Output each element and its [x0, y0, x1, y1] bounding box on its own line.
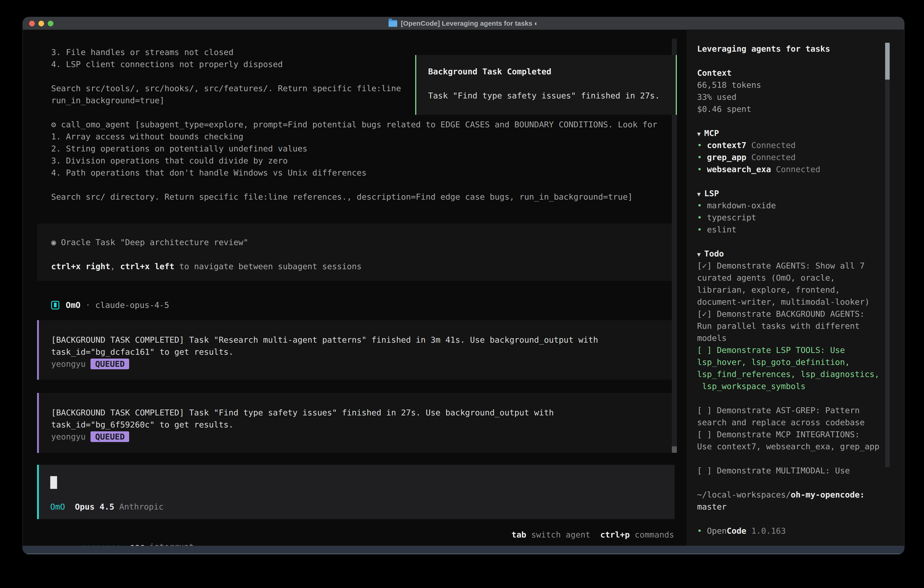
- text-segment: 66,518 tokens: [697, 80, 761, 89]
- text-segment: 33% used: [697, 92, 736, 102]
- text-segment: Search src/ directory. Return specific f…: [51, 192, 633, 202]
- terminal-line: 33% used: [697, 91, 893, 103]
- text-segment: Context: [697, 68, 732, 78]
- text-segment: $0.46 spent: [697, 104, 751, 114]
- text-segment: librarian, explore, frontend,: [697, 285, 840, 294]
- text-segment: Connected: [746, 140, 796, 150]
- text-segment: 1.0.163: [746, 526, 786, 535]
- text-segment: [697, 237, 702, 246]
- minimize-button[interactable]: [38, 21, 44, 26]
- statusbar: ••••••••esc interrupt tab switch agent c…: [42, 529, 674, 541]
- background-task-notification: Background Task Completed Task "Find typ…: [415, 55, 677, 115]
- text-segment: OmO: [66, 301, 81, 310]
- text-segment: ⚙ call_omo_agent [subagent_type=explore,…: [51, 120, 657, 129]
- text-segment: •: [697, 153, 707, 162]
- text-segment: lsp_hover, lsp_goto_definition,: [697, 357, 850, 367]
- terminal-line: [ ] Demonstrate LSP TOOLS: Use: [697, 344, 893, 356]
- agent-header: OmO · claude-opus-4-5: [51, 299, 169, 311]
- terminal-line: ~/local-workspaces/oh-my-opencode:: [697, 489, 893, 501]
- sidebar-scrollbar-thumb[interactable]: [885, 43, 890, 79]
- terminal-line: yeongyu QUEUED: [51, 358, 675, 370]
- terminal-line: ▼ LSP: [697, 187, 893, 200]
- text-segment: [ ] Demonstrate AST-GREP: Pattern: [697, 406, 860, 415]
- text-segment: [✓] Demonstrate AGENTS: Show all 7: [697, 261, 865, 270]
- text-segment: Code: [727, 526, 746, 535]
- terminal-line: [697, 115, 893, 127]
- prompt-input[interactable]: OmO Opus 4.5 Anthropic: [37, 465, 675, 519]
- text-segment: 1. Array access without bounds checking: [51, 132, 243, 141]
- terminal-line: search and replace across codebase: [697, 416, 893, 428]
- terminal-line: [51, 248, 675, 260]
- text-segment: •: [697, 165, 707, 174]
- text-segment: Connected: [746, 153, 796, 162]
- text-segment: grep_app: [707, 153, 746, 162]
- terminal-line: [51, 179, 657, 191]
- text-segment: run_in_background=true]: [51, 96, 165, 105]
- text-segment: markdown-oxide: [707, 201, 776, 210]
- terminal-line: 3. Division operations that could divide…: [51, 155, 657, 167]
- terminal-line: task_id="bg_6f59260c" to get results.: [51, 419, 675, 431]
- terminal-line: ◉ Oracle Task "Deep architecture review": [51, 236, 675, 248]
- text-segment: Connected: [771, 165, 820, 174]
- text-segment: 4. LSP client connections not properly d…: [51, 59, 283, 69]
- text-segment: [✓] Demonstrate BACKGROUND AGENTS:: [697, 309, 865, 319]
- text-segment: [51, 108, 56, 117]
- text-segment: [697, 478, 702, 487]
- text-segment: ▼: [697, 251, 704, 258]
- terminal-line: Leveraging agents for tasks: [697, 43, 893, 55]
- input-model-line: OmO Opus 4.5 Anthropic: [50, 501, 164, 513]
- oracle-task-panel: ◉ Oracle Task "Deep architecture review"…: [37, 223, 675, 281]
- terminal-line: • eslint: [697, 223, 893, 236]
- text-segment: lsp_find_references, lsp_diagnostics,: [697, 370, 879, 379]
- text-segment: ctrl+x right: [51, 262, 110, 271]
- text-segment: commands: [630, 530, 674, 539]
- terminal-line: ▼ Todo: [697, 248, 893, 260]
- text-segment: tab: [512, 530, 526, 539]
- window-footer-strip: [23, 546, 904, 554]
- text-segment: [114, 502, 119, 511]
- terminal-line: [697, 175, 893, 187]
- terminal-line: Search src/ directory. Return specific f…: [51, 191, 657, 203]
- terminal-line: [697, 477, 893, 489]
- sidebar-panel: Leveraging agents for tasks Context66,51…: [686, 30, 904, 546]
- text-segment: models: [697, 333, 727, 343]
- omo-agent-icon: [51, 301, 59, 309]
- notification-body: Task "Find type safety issues" finished …: [428, 89, 676, 102]
- terminal-line: [✓] Demonstrate AGENTS: Show all 7: [697, 260, 893, 272]
- text-segment: •: [697, 213, 707, 222]
- text-segment: ,: [110, 262, 120, 271]
- terminal-line: lsp_find_references, lsp_diagnostics,: [697, 368, 893, 380]
- sidebar-scrollbar-track[interactable]: [885, 43, 890, 467]
- text-segment: ◉ Oracle Task "Deep architecture review": [51, 238, 248, 247]
- notification-spacer: [428, 78, 676, 89]
- text-segment: [BACKGROUND TASK COMPLETED] Task "Find t…: [51, 408, 554, 417]
- text-segment: [51, 180, 56, 189]
- text-segment: Open: [707, 526, 727, 535]
- terminal-line: task_id="bg_dcfac161" to get results.: [51, 346, 675, 358]
- terminal-line: ctrl+x right, ctrl+x left to navigate be…: [51, 260, 675, 273]
- text-segment: document-writer, multimodal-looker): [697, 297, 870, 307]
- terminal-line: [✓] Demonstrate BACKGROUND AGENTS:: [697, 308, 893, 320]
- titlebar[interactable]: [OpenCode] Leveraging agents for tasks ◐: [23, 17, 904, 30]
- main-scrollbar-thumb[interactable]: [672, 446, 677, 453]
- text-segment: [BACKGROUND TASK COMPLETED] Task "Resear…: [51, 335, 598, 345]
- terminal-line: master: [697, 501, 893, 513]
- text-segment: websearch_exa: [707, 165, 771, 174]
- terminal-line: lsp_hover, lsp_goto_definition,: [697, 356, 893, 368]
- terminal-line: librarian, explore, frontend,: [697, 284, 893, 296]
- text-segment: Search src/tools/, src/hooks/, src/featu…: [51, 84, 401, 93]
- text-segment: [697, 56, 702, 66]
- background-task-message: [BACKGROUND TASK COMPLETED] Task "Find t…: [37, 393, 675, 453]
- text-segment: QUEUED: [91, 358, 129, 369]
- text-segment: lsp_workspace_symbols: [697, 382, 805, 391]
- text-segment: eslint: [707, 225, 736, 234]
- text-segment: curated agents (OmO, oracle,: [697, 273, 835, 282]
- text-segment: [51, 249, 56, 259]
- terminal-line: ▼ MCP: [697, 127, 893, 139]
- zoom-button[interactable]: [48, 21, 53, 26]
- close-button[interactable]: [29, 21, 35, 26]
- terminal-line: models: [697, 332, 893, 344]
- text-segment: master: [697, 502, 727, 511]
- terminal-line: • OpenCode 1.0.163: [697, 525, 893, 537]
- terminal-line: 4. Path operations that don't handle Win…: [51, 167, 657, 179]
